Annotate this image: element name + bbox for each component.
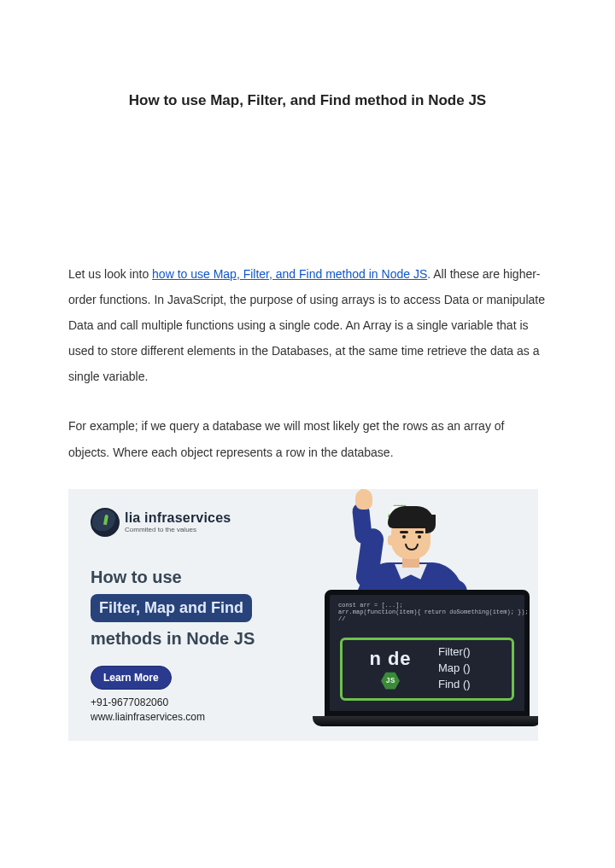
methods-list: Filter() Map () Find ()	[438, 644, 471, 693]
brand-block: lia infraservices Commited to the values	[91, 508, 231, 537]
brand-name: lia infraservices	[125, 511, 231, 525]
intro-lead: Let us look into	[68, 267, 152, 281]
headline-row-2: methods in Node JS	[91, 629, 313, 649]
intro-link[interactable]: how to use Map, Filter, and Find method …	[152, 267, 427, 281]
node-logo-icon: n de JS	[351, 645, 430, 693]
brand-tagline: Commited to the values	[125, 527, 231, 533]
page-title: How to use Map, Filter, and Find method …	[68, 92, 547, 109]
promo-banner: lia infraservices Commited to the values…	[68, 489, 538, 741]
method-item: Map ()	[438, 661, 471, 677]
contact-phone: +91-9677082060	[91, 696, 205, 710]
code-line: arr.map(function(item){ return doSomethi…	[338, 609, 516, 615]
learn-more-button[interactable]: Learn More	[91, 666, 172, 690]
code-line: const arr = [...];	[338, 602, 516, 609]
contact-info: +91-9677082060 www.liainfraservices.com	[91, 696, 205, 725]
banner-headline: How to use Filter, Map and Find methods …	[91, 568, 313, 690]
brand-logo-icon	[91, 508, 120, 537]
code-line: //	[338, 615, 516, 622]
intro-after: . All these are higher-order functions. …	[68, 267, 545, 383]
contact-site: www.liainfraservices.com	[91, 710, 205, 725]
example-paragraph: For example; if we query a database we w…	[68, 413, 547, 464]
headline-row-1: How to use	[91, 568, 313, 587]
method-item: Filter()	[438, 644, 471, 661]
headline-pill: Filter, Map and Find	[91, 594, 252, 622]
intro-paragraph: Let us look into how to use Map, Filter,…	[68, 261, 547, 389]
laptop-illustration-icon: const arr = [...]; arr.map(function(item…	[325, 590, 530, 731]
node-box: n de JS Filter() Map () Find ()	[340, 638, 514, 701]
method-item: Find ()	[438, 677, 471, 693]
